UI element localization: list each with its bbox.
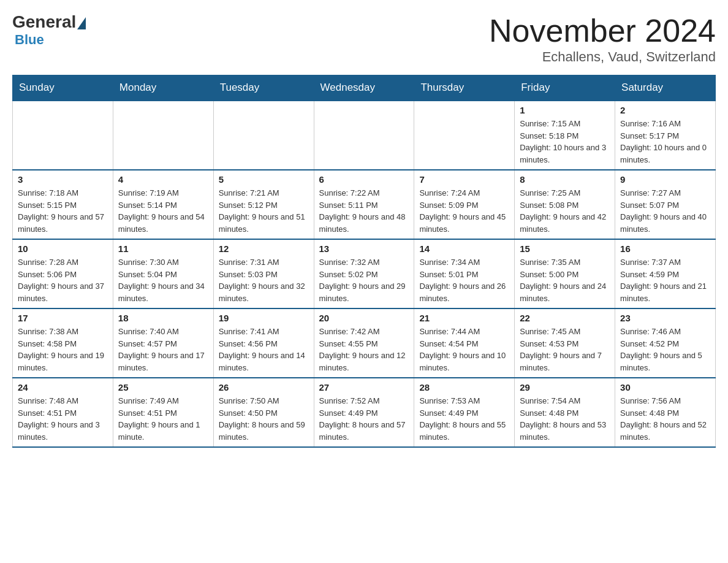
day-number: 3 (18, 174, 108, 185)
day-info: Sunrise: 7:46 AMSunset: 4:52 PMDaylight:… (620, 326, 710, 373)
day-info: Sunrise: 7:50 AMSunset: 4:50 PMDaylight:… (219, 395, 309, 443)
day-info: Sunrise: 7:16 AMSunset: 5:17 PMDaylight:… (620, 118, 710, 166)
day-number: 2 (620, 105, 710, 115)
day-number: 7 (419, 174, 509, 185)
day-number: 30 (620, 382, 710, 393)
day-number: 17 (18, 313, 108, 323)
calendar-cell: 23Sunrise: 7:46 AMSunset: 4:52 PMDayligh… (615, 308, 716, 378)
day-of-week-header: Tuesday (213, 75, 314, 101)
calendar-week-row: 17Sunrise: 7:38 AMSunset: 4:58 PMDayligh… (13, 308, 716, 378)
calendar-cell: 24Sunrise: 7:48 AMSunset: 4:51 PMDayligh… (13, 378, 113, 447)
day-number: 1 (520, 105, 610, 115)
logo: General Blue (12, 12, 86, 48)
day-number: 18 (118, 313, 208, 323)
day-info: Sunrise: 7:37 AMSunset: 4:59 PMDaylight:… (620, 256, 710, 304)
day-info: Sunrise: 7:24 AMSunset: 5:09 PMDaylight:… (419, 187, 509, 235)
day-info: Sunrise: 7:52 AMSunset: 4:49 PMDaylight:… (319, 395, 409, 443)
day-number: 16 (620, 243, 710, 254)
day-of-week-header: Sunday (13, 75, 113, 101)
calendar-cell: 5Sunrise: 7:21 AMSunset: 5:12 PMDaylight… (213, 170, 314, 239)
calendar-cell: 6Sunrise: 7:22 AMSunset: 5:11 PMDaylight… (314, 170, 414, 239)
calendar-subtitle: Echallens, Vaud, Switzerland (489, 49, 716, 65)
day-info: Sunrise: 7:45 AMSunset: 4:53 PMDaylight:… (520, 326, 610, 373)
calendar-cell (113, 101, 213, 170)
day-info: Sunrise: 7:34 AMSunset: 5:01 PMDaylight:… (419, 256, 509, 304)
title-section: November 2024 Echallens, Vaud, Switzerla… (489, 12, 716, 65)
day-info: Sunrise: 7:19 AMSunset: 5:14 PMDaylight:… (118, 187, 208, 235)
day-number: 6 (319, 174, 409, 185)
calendar-header-row: SundayMondayTuesdayWednesdayThursdayFrid… (13, 75, 716, 101)
calendar-cell: 9Sunrise: 7:27 AMSunset: 5:07 PMDaylight… (615, 170, 716, 239)
calendar-title: November 2024 (489, 12, 716, 49)
calendar-cell: 7Sunrise: 7:24 AMSunset: 5:09 PMDaylight… (414, 170, 515, 239)
day-number: 23 (620, 313, 710, 323)
calendar-week-row: 10Sunrise: 7:28 AMSunset: 5:06 PMDayligh… (13, 239, 716, 308)
day-number: 27 (319, 382, 409, 393)
day-number: 22 (520, 313, 610, 323)
calendar-table: SundayMondayTuesdayWednesdayThursdayFrid… (12, 75, 716, 448)
day-number: 14 (419, 243, 509, 254)
calendar-cell: 10Sunrise: 7:28 AMSunset: 5:06 PMDayligh… (13, 239, 113, 308)
day-info: Sunrise: 7:54 AMSunset: 4:48 PMDaylight:… (520, 395, 610, 443)
day-number: 13 (319, 243, 409, 254)
calendar-cell: 26Sunrise: 7:50 AMSunset: 4:50 PMDayligh… (213, 378, 314, 447)
day-number: 19 (219, 313, 309, 323)
day-number: 28 (419, 382, 509, 393)
calendar-cell: 1Sunrise: 7:15 AMSunset: 5:18 PMDaylight… (515, 101, 615, 170)
calendar-cell: 21Sunrise: 7:44 AMSunset: 4:54 PMDayligh… (414, 308, 515, 378)
calendar-cell: 17Sunrise: 7:38 AMSunset: 4:58 PMDayligh… (13, 308, 113, 378)
day-number: 24 (18, 382, 108, 393)
calendar-cell: 22Sunrise: 7:45 AMSunset: 4:53 PMDayligh… (515, 308, 615, 378)
calendar-cell: 30Sunrise: 7:56 AMSunset: 4:48 PMDayligh… (615, 378, 716, 447)
day-info: Sunrise: 7:42 AMSunset: 4:55 PMDaylight:… (319, 326, 409, 373)
day-info: Sunrise: 7:53 AMSunset: 4:49 PMDaylight:… (419, 395, 509, 443)
day-number: 9 (620, 174, 710, 185)
calendar-cell: 3Sunrise: 7:18 AMSunset: 5:15 PMDaylight… (13, 170, 113, 239)
day-number: 21 (419, 313, 509, 323)
calendar-cell: 20Sunrise: 7:42 AMSunset: 4:55 PMDayligh… (314, 308, 414, 378)
day-info: Sunrise: 7:30 AMSunset: 5:04 PMDaylight:… (118, 256, 208, 304)
day-info: Sunrise: 7:32 AMSunset: 5:02 PMDaylight:… (319, 256, 409, 304)
day-number: 5 (219, 174, 309, 185)
calendar-cell: 19Sunrise: 7:41 AMSunset: 4:56 PMDayligh… (213, 308, 314, 378)
calendar-cell: 2Sunrise: 7:16 AMSunset: 5:17 PMDaylight… (615, 101, 716, 170)
day-info: Sunrise: 7:21 AMSunset: 5:12 PMDaylight:… (219, 187, 309, 235)
day-info: Sunrise: 7:48 AMSunset: 4:51 PMDaylight:… (18, 395, 108, 443)
day-info: Sunrise: 7:38 AMSunset: 4:58 PMDaylight:… (18, 326, 108, 373)
calendar-cell: 13Sunrise: 7:32 AMSunset: 5:02 PMDayligh… (314, 239, 414, 308)
day-number: 11 (118, 243, 208, 254)
calendar-cell (314, 101, 414, 170)
day-number: 8 (520, 174, 610, 185)
calendar-week-row: 3Sunrise: 7:18 AMSunset: 5:15 PMDaylight… (13, 170, 716, 239)
day-of-week-header: Wednesday (314, 75, 414, 101)
logo-blue: Blue (15, 32, 44, 48)
calendar-week-row: 24Sunrise: 7:48 AMSunset: 4:51 PMDayligh… (13, 378, 716, 447)
calendar-cell: 8Sunrise: 7:25 AMSunset: 5:08 PMDaylight… (515, 170, 615, 239)
day-of-week-header: Saturday (615, 75, 716, 101)
day-number: 20 (319, 313, 409, 323)
calendar-cell: 12Sunrise: 7:31 AMSunset: 5:03 PMDayligh… (213, 239, 314, 308)
day-info: Sunrise: 7:49 AMSunset: 4:51 PMDaylight:… (118, 395, 208, 443)
calendar-cell: 15Sunrise: 7:35 AMSunset: 5:00 PMDayligh… (515, 239, 615, 308)
calendar-cell (213, 101, 314, 170)
calendar-cell (13, 101, 113, 170)
calendar-cell: 29Sunrise: 7:54 AMSunset: 4:48 PMDayligh… (515, 378, 615, 447)
page-header: General Blue November 2024 Echallens, Va… (12, 12, 716, 65)
calendar-cell: 11Sunrise: 7:30 AMSunset: 5:04 PMDayligh… (113, 239, 213, 308)
calendar-cell: 28Sunrise: 7:53 AMSunset: 4:49 PMDayligh… (414, 378, 515, 447)
day-info: Sunrise: 7:35 AMSunset: 5:00 PMDaylight:… (520, 256, 610, 304)
day-info: Sunrise: 7:15 AMSunset: 5:18 PMDaylight:… (520, 118, 610, 166)
day-info: Sunrise: 7:18 AMSunset: 5:15 PMDaylight:… (18, 187, 108, 235)
calendar-cell: 18Sunrise: 7:40 AMSunset: 4:57 PMDayligh… (113, 308, 213, 378)
logo-general: General (12, 12, 76, 32)
day-info: Sunrise: 7:44 AMSunset: 4:54 PMDaylight:… (419, 326, 509, 373)
day-of-week-header: Thursday (414, 75, 515, 101)
day-number: 10 (18, 243, 108, 254)
day-info: Sunrise: 7:22 AMSunset: 5:11 PMDaylight:… (319, 187, 409, 235)
day-info: Sunrise: 7:56 AMSunset: 4:48 PMDaylight:… (620, 395, 710, 443)
day-number: 25 (118, 382, 208, 393)
day-info: Sunrise: 7:27 AMSunset: 5:07 PMDaylight:… (620, 187, 710, 235)
day-info: Sunrise: 7:31 AMSunset: 5:03 PMDaylight:… (219, 256, 309, 304)
logo-triangle-icon (77, 17, 86, 29)
day-info: Sunrise: 7:28 AMSunset: 5:06 PMDaylight:… (18, 256, 108, 304)
